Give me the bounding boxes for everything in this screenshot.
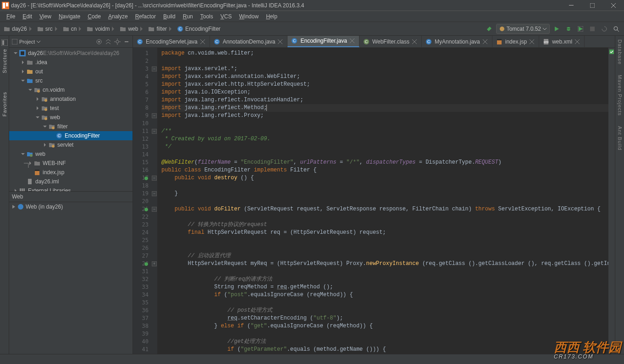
tree-expand-toggle[interactable] [13,188,18,191]
menu-analyze[interactable]: Analyze [105,11,132,22]
menu-help[interactable]: Help [262,11,281,22]
override-gutter-icon[interactable] [144,262,149,266]
menu-edit[interactable]: Edit [19,11,36,22]
tree-expand-toggle[interactable] [28,87,33,93]
tab-close-icon[interactable] [530,39,534,44]
breadcrumb-item[interactable]: CEncodingFilter [175,22,222,36]
breadcrumb-item[interactable]: web [118,22,146,36]
chevron-down-icon[interactable] [37,40,40,44]
tab-close-icon[interactable] [350,39,354,43]
tree-expand-toggle[interactable] [13,50,18,56]
tree-expand-toggle[interactable] [20,60,26,65]
tab-close-icon[interactable] [412,39,417,44]
fold-toggle[interactable]: − [152,191,157,196]
collapse-all-icon[interactable] [105,39,111,45]
settings-icon[interactable] [114,39,121,45]
menu-tools[interactable]: Tools [197,11,217,22]
tab-close-icon[interactable] [278,39,282,44]
menu-run[interactable]: Run [179,11,197,22]
fold-gutter[interactable]: −−−−−−+ [151,48,158,354]
tree-expand-toggle[interactable] [35,105,40,111]
maven-tool-button[interactable]: Maven Projects [617,75,623,116]
tree-node[interactable]: .idea [9,58,133,67]
menu-navigate[interactable]: Navigate [55,11,84,22]
menu-bar: FileEditViewNavigateCodeAnalyzeRefactorB… [0,11,624,22]
tree-node[interactable]: web [9,113,133,122]
tree-node[interactable]: cn.voidm [9,85,133,94]
editor-tab[interactable]: index.jsp [492,36,539,47]
editor-tab[interactable]: CWebFilter.class [359,36,422,47]
editor-tab[interactable]: xmlweb.xml [539,36,585,47]
fold-toggle[interactable]: + [152,261,157,266]
breadcrumb-item[interactable]: cn [61,22,85,36]
tree-node[interactable]: CEncodingFilter [9,131,133,140]
fold-toggle[interactable]: − [152,129,157,134]
menu-vcs[interactable]: VCS [217,11,236,22]
debug-button[interactable] [563,24,574,34]
fold-toggle[interactable]: − [152,66,157,72]
tree-node[interactable]: web [9,149,133,159]
error-stripe[interactable] [608,48,615,354]
fold-toggle[interactable]: − [152,113,157,118]
menu-refactor[interactable]: Refactor [132,11,160,22]
build-button[interactable] [484,24,494,34]
code-editor[interactable]: package cn.voidm.web.filter; import java… [158,48,608,354]
update-button[interactable] [599,24,609,34]
tree-node[interactable]: src [9,76,133,85]
inspection-ok-icon [609,50,614,54]
tree-expand-toggle[interactable] [20,69,26,74]
editor-tab[interactable]: CAnnotationDemo.java [210,36,288,47]
breadcrumb-item[interactable]: voidm [85,22,118,36]
search-button[interactable] [611,24,621,34]
fold-toggle[interactable]: − [152,207,157,212]
menu-code[interactable]: Code [84,11,105,22]
svg-point-14 [614,27,618,30]
project-toolwindow-icon[interactable] [1,39,8,46]
tree-node[interactable]: annotation [9,94,133,104]
maximize-button[interactable] [582,0,603,11]
tree-expand-toggle[interactable] [35,96,40,102]
coverage-button[interactable] [575,24,585,34]
tab-close-icon[interactable] [575,39,580,44]
svg-text:C: C [365,39,368,44]
override-gutter-icon[interactable] [144,207,149,212]
svg-text:C: C [138,39,142,44]
tab-close-icon[interactable] [200,39,205,44]
run-button[interactable] [552,24,562,34]
minimize-button[interactable] [561,0,582,11]
breadcrumb-item[interactable]: src [35,22,61,36]
menu-view[interactable]: View [36,11,55,22]
menu-window[interactable]: Window [235,11,262,22]
ant-tool-button[interactable]: Ant Build [617,126,623,150]
close-button[interactable] [603,0,624,11]
breadcrumb-item[interactable]: day26 [2,22,35,36]
stop-button[interactable] [587,24,597,34]
tree-expand-toggle[interactable] [42,142,48,148]
editor-tab[interactable]: CEncodingServlet.java [133,36,210,47]
editor-tab[interactable]: CMyAnnotation.java [422,36,492,47]
database-tool-button[interactable]: Database [617,39,623,65]
tree-expand-toggle[interactable] [42,124,48,129]
tab-close-icon[interactable] [483,39,487,44]
tree-expand-toggle[interactable] [20,78,26,83]
tree-node[interactable]: day26 E:\ItSoft\WorkPlace\Idea\day26 [9,49,133,58]
menu-build[interactable]: Build [160,11,179,22]
tree-expand-toggle[interactable] [35,115,40,120]
editor-scroll[interactable]: 1 2 3 4 5 6 7 8 9 10 11 12 13 14 15 16 1… [133,48,615,354]
tree-expand-toggle[interactable] [20,151,26,157]
tree-node[interactable]: test [9,104,133,113]
run-config-dropdown[interactable]: Tomcat 7.0.52 [496,24,550,34]
tree-node[interactable]: out [9,67,133,76]
override-gutter-icon[interactable] [144,176,149,181]
menu-file[interactable]: File [3,11,19,22]
favorites-tool-button[interactable]: Favorites [2,92,7,116]
breadcrumb-item[interactable]: filter [146,22,175,36]
tree-node[interactable]: filter [9,122,133,131]
tree-node[interactable]: servlet [9,140,133,149]
scroll-from-source-icon[interactable] [96,39,102,45]
web-panel-row[interactable]: Web (in day26) [9,202,133,211]
hide-icon[interactable] [123,39,130,45]
fold-toggle[interactable]: − [152,176,157,181]
structure-tool-button[interactable]: Structure [2,49,7,73]
editor-tab[interactable]: CEncodingFilter.java [287,36,359,47]
